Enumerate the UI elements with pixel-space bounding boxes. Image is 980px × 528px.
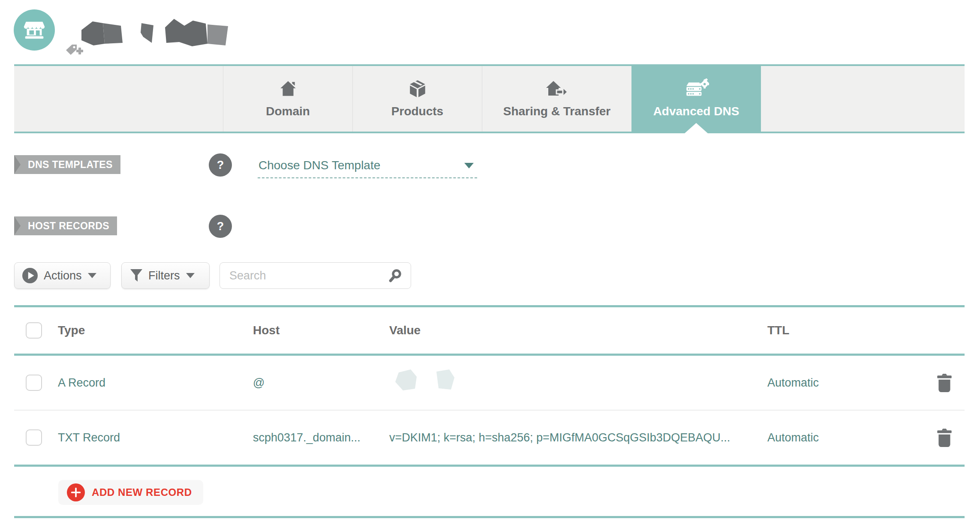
dns-templates-badge: DNS TEMPLATES [14,155,120,174]
actions-label: Actions [44,269,82,282]
choose-dns-template-dropdown[interactable]: Choose DNS Template [258,155,477,178]
tab-advanced-dns[interactable]: Advanced DNS [631,64,761,133]
column-header-value: Value [389,324,767,337]
advanced-dns-page: Domain Products [0,0,980,528]
search-box [219,262,411,289]
search-icon[interactable] [388,269,402,282]
section-divider [14,516,965,518]
record-type-link[interactable]: TXT Record [58,431,253,444]
redacted-record-value [394,368,466,395]
select-all-checkbox[interactable] [26,322,42,339]
filters-button[interactable]: Filters [121,262,210,289]
chevron-down-icon [464,163,474,168]
tab-advanced-dns-label: Advanced DNS [653,105,740,118]
dns-templates-help-icon[interactable]: ? [209,153,232,177]
record-ttl[interactable]: Automatic [767,376,922,390]
tab-sharing-transfer-label: Sharing & Transfer [503,105,611,118]
add-new-record-label: ADD NEW RECORD [92,486,192,498]
trash-icon [936,427,953,447]
funnel-icon [130,269,142,282]
search-input[interactable] [220,269,388,283]
tag-plus-icon[interactable] [64,43,85,61]
record-host[interactable]: scph0317._domain... [253,431,389,444]
tab-products-label: Products [391,105,443,118]
chevron-down-icon [186,273,195,278]
tab-domain-label: Domain [266,105,310,118]
delete-record-button[interactable] [936,427,953,448]
trash-icon [936,372,953,392]
chevron-down-icon [88,273,96,278]
play-circle-icon [22,268,38,283]
host-records-badge: HOST RECORDS [14,216,117,235]
column-header-ttl: TTL [767,324,922,337]
actions-button[interactable]: Actions [14,262,111,289]
package-box-icon [408,78,427,99]
row-checkbox[interactable] [26,429,42,446]
table-row: A Record @ Automatic [14,356,965,411]
host-records-table: Type Host Value TTL A Record @ Automatic [14,305,965,467]
table-row: TXT Record scph0317._domain... v=DKIM1; … [14,411,965,467]
host-records-help-icon[interactable]: ? [209,215,232,238]
column-header-type: Type [58,324,253,337]
row-checkbox[interactable] [26,375,42,391]
tab-bar: Domain Products [14,64,965,133]
tab-products[interactable]: Products [352,66,482,132]
house-transfer-icon [545,78,569,99]
table-header-row: Type Host Value TTL [14,305,965,356]
record-ttl[interactable]: Automatic [767,431,922,444]
column-header-host: Host [253,324,389,337]
plus-circle-icon [67,483,85,501]
record-host[interactable]: @ [253,376,389,390]
record-type-link[interactable]: A Record [58,376,253,390]
dns-server-gear-icon [683,78,709,99]
tab-domain[interactable]: Domain [223,66,352,132]
storefront-icon [21,17,48,43]
filters-label: Filters [148,269,180,282]
avatar[interactable] [14,9,55,51]
tab-sharing-transfer[interactable]: Sharing & Transfer [482,66,631,132]
house-icon [278,78,298,99]
redacted-domain-name [60,12,240,63]
delete-record-button[interactable] [936,372,953,393]
record-value[interactable]: v=DKIM1; k=rsa; h=sha256; p=MIGfMA0GCSqG… [389,431,767,444]
choose-dns-template-label: Choose DNS Template [259,159,380,172]
add-new-record-button[interactable]: ADD NEW RECORD [58,480,203,505]
